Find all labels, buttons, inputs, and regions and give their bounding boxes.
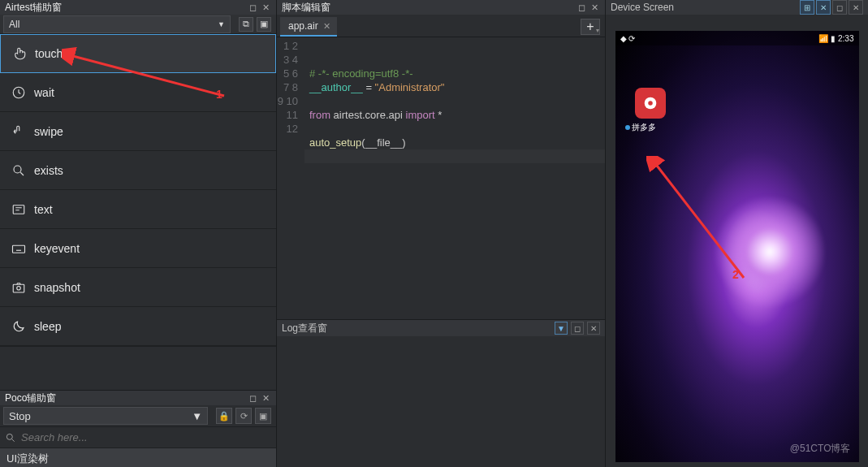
script-panel-header: 脚本编辑窗 ◻ ✕	[277, 0, 605, 15]
cmd-touch[interactable]: touch	[0, 34, 276, 73]
notification-dot	[625, 125, 630, 130]
close-icon[interactable]: ✕	[849, 0, 863, 15]
airtest-panel-header: Airtest辅助窗 ◻ ✕	[0, 0, 276, 15]
cmd-wait[interactable]: wait	[0, 73, 276, 112]
restore-icon[interactable]: ◻	[576, 2, 587, 13]
svg-point-5	[17, 286, 21, 290]
close-tab-icon[interactable]: ✕	[323, 21, 330, 32]
app-icon-pinduoduo[interactable]	[635, 88, 666, 119]
cmd-exists[interactable]: exists	[0, 151, 276, 190]
annotation-1: 1	[216, 88, 222, 101]
record-icon[interactable]: ▣	[255, 408, 271, 424]
grid-icon[interactable]: ⊞	[800, 0, 814, 15]
status-left-icon: ◆ ⟳	[620, 34, 636, 43]
svg-rect-4	[13, 284, 24, 292]
wifi-icon: 📶	[818, 34, 828, 43]
cmd-text[interactable]: text	[0, 190, 276, 229]
new-tab-button[interactable]: +▾	[581, 19, 600, 35]
close-icon[interactable]: ✕	[589, 2, 600, 13]
ui-tree-header[interactable]: UI渲染树	[0, 448, 276, 467]
device-screen[interactable]: ◆ ⟳ 📶 ▮ 2:33 拼多多 @51CTO博客	[615, 31, 859, 462]
refresh-icon[interactable]: ⟳	[235, 408, 252, 424]
chevron-down-icon: ▼	[192, 410, 202, 422]
clock-icon	[11, 85, 26, 100]
tab-app-air[interactable]: app.air ✕	[280, 17, 337, 37]
airtest-panel-title: Airtest辅助窗	[5, 1, 62, 15]
restore-icon[interactable]: ◻	[571, 322, 584, 335]
svg-rect-2	[13, 205, 24, 214]
record-icon[interactable]: ⧉	[239, 17, 253, 32]
chevron-down-icon: ▼	[218, 20, 225, 28]
filter-dropdown[interactable]: All ▼	[3, 15, 231, 33]
svg-point-1	[14, 166, 21, 173]
restore-icon[interactable]: ◻	[832, 0, 847, 15]
filter-icon[interactable]: ▼	[555, 322, 568, 335]
cmd-keyevent[interactable]: keyevent	[0, 229, 276, 268]
capture-icon[interactable]: ▣	[257, 17, 271, 32]
device-panel-header: Device Screen ⊞ ✕ ◻ ✕	[606, 0, 868, 15]
poco-search-input[interactable]	[21, 431, 271, 443]
annotation-2: 2	[732, 268, 739, 281]
close-icon[interactable]: ✕	[260, 2, 271, 13]
lock-icon[interactable]: 🔒	[216, 408, 232, 424]
camera-icon	[11, 280, 26, 295]
text-icon	[11, 202, 26, 217]
cmd-sleep[interactable]: sleep	[0, 307, 276, 346]
swipe-icon	[11, 124, 26, 139]
keyboard-icon	[11, 241, 26, 256]
svg-point-6	[6, 434, 12, 439]
search-icon	[5, 432, 16, 443]
poco-panel-header: Poco辅助窗 ◻ ✕	[0, 391, 276, 405]
cmd-swipe[interactable]: swipe	[0, 112, 276, 151]
tools-icon[interactable]: ✕	[816, 0, 831, 15]
svg-rect-3	[13, 245, 25, 253]
poco-mode-dropdown[interactable]: Stop ▼	[3, 407, 208, 425]
cmd-snapshot[interactable]: snapshot	[0, 268, 276, 307]
search-icon	[11, 163, 26, 178]
log-panel-header: Log查看窗 ▼ ◻ ✕	[277, 320, 605, 336]
log-body	[277, 336, 605, 467]
moon-icon	[11, 319, 26, 334]
restore-icon[interactable]: ◻	[247, 392, 258, 404]
restore-icon[interactable]: ◻	[247, 2, 258, 13]
code-editor[interactable]: 1 2 3 4 5 6 7 8 9 10 11 12 # -*- encodin…	[277, 37, 605, 319]
phone-statusbar: ◆ ⟳ 📶 ▮ 2:33	[615, 31, 859, 45]
watermark: @51CTO博客	[790, 442, 851, 456]
touch-icon	[12, 46, 27, 61]
close-icon[interactable]: ✕	[260, 392, 271, 404]
close-icon[interactable]: ✕	[587, 322, 600, 335]
battery-icon: ▮	[831, 34, 836, 43]
svg-point-10	[648, 101, 653, 106]
cmd-label: touch	[35, 47, 63, 60]
line-gutter: 1 2 3 4 5 6 7 8 9 10 11 12	[277, 37, 304, 319]
app-label: 拼多多	[632, 122, 656, 133]
